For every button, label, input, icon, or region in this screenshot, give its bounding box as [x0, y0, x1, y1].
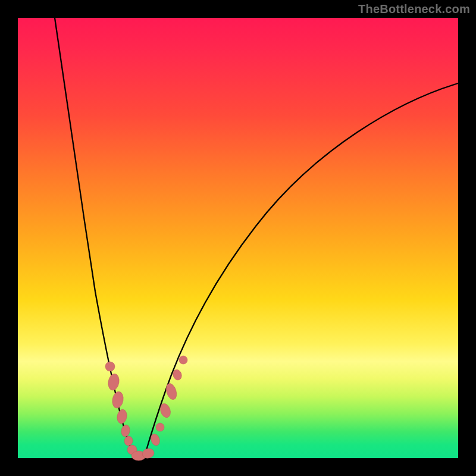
curves-svg — [18, 18, 458, 458]
bead-marker — [111, 391, 125, 409]
bead-marker — [179, 356, 187, 364]
right-curve — [144, 83, 458, 458]
chart-frame: TheBottleneck.com — [0, 0, 476, 476]
left-curve — [55, 18, 135, 458]
bead-marker — [156, 423, 164, 431]
watermark-text: TheBottleneck.com — [358, 2, 470, 16]
bead-marker — [124, 436, 133, 446]
bead-marker — [164, 382, 178, 401]
bead-marker — [120, 424, 130, 437]
bead-marker — [107, 373, 121, 392]
bead-group — [105, 356, 187, 461]
bead-marker — [105, 362, 115, 371]
plot-area — [18, 18, 458, 458]
bead-marker — [116, 409, 128, 424]
